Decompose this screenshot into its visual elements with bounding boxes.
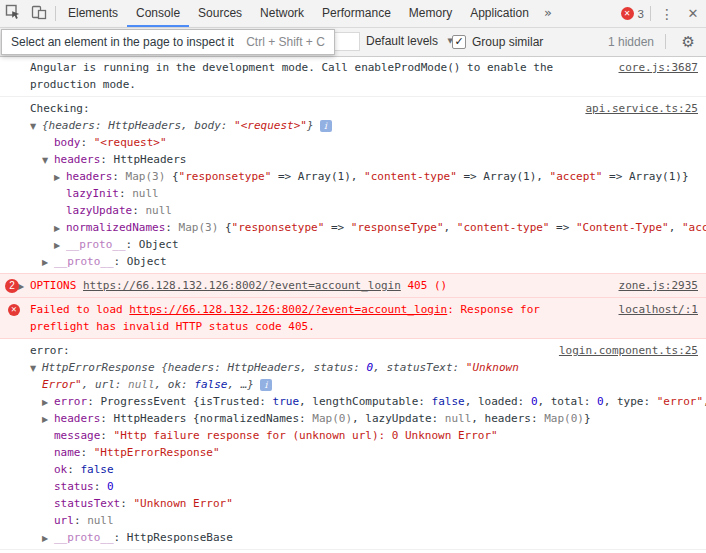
more-tabs-button[interactable]: » [538,0,558,27]
console-text: "Unknown Error" [133,497,232,510]
expand-triangle-icon[interactable]: ▶ [18,278,30,294]
console-text: , statusText: [373,361,466,374]
console-text: , [444,221,457,234]
console-text: "error" [657,395,703,408]
console-text: => [603,170,630,183]
console-text: 0 [107,480,114,493]
console-text: Array(1) [629,170,682,183]
console-text: , …} [227,378,254,391]
more-options-kebab-button[interactable]: ⋮ [654,2,680,26]
console-text: => [457,170,484,183]
console-text: Map(0) [544,412,584,425]
console-text: : [94,480,107,493]
console-text: normalizedNames [66,221,165,234]
inspect-cursor-icon [5,4,21,24]
console-line: ▶__proto__: Object [0,236,706,253]
console-text: HttpHeaders [114,412,187,425]
settings-gear-button[interactable]: ⚙ [682,33,695,51]
console-text: HttpErrorResponse [42,361,155,374]
console-text: Array(1) [483,170,536,183]
console-text: null [132,187,159,200]
expand-triangle-icon[interactable]: ▶ [54,220,66,236]
error-count-indicator[interactable]: ✕ 3 [621,7,644,20]
console-text: : [67,463,80,476]
inspect-tooltip: Select an element in the page to inspect… [1,29,335,55]
tab-sources[interactable]: Sources [189,0,251,27]
device-toolbar-icon [31,4,47,24]
tab-network[interactable]: Network [251,0,313,27]
console-text: error: [30,344,70,357]
error-icon: ✕ [8,304,20,316]
console-line: login.component.ts:25error: [0,342,706,359]
console-text: body [54,136,81,149]
console-text: HttpHeaders [114,153,187,166]
expand-triangle-icon[interactable]: ▶ [42,530,54,546]
inspect-element-button[interactable] [0,2,26,26]
console-text: "Content-Type" [576,221,669,234]
console-line: ▶__proto__: HttpResponseBase [0,529,706,546]
tab-application[interactable]: Application [461,0,538,27]
console-text: Checking: [30,102,90,115]
expand-triangle-icon[interactable]: ▶ [42,254,54,270]
divider [665,34,666,49]
console-log-message: login.component.ts:25error:▼HttpErrorRes… [0,339,706,550]
console-line: ▶headers: HttpHeaders {normalizedNames: … [0,410,706,427]
console-text: , lazyUpdate: [352,412,445,425]
source-link[interactable]: zone.js:2935 [619,277,706,294]
request-url-link[interactable]: https://66.128.132.126:8002/?event=accou… [83,279,401,292]
source-link[interactable]: localhost/:1 [619,301,706,318]
source-link[interactable]: login.component.ts:25 [559,342,706,359]
collapse-triangle-icon[interactable]: ▼ [42,152,54,168]
console-line: api.service.ts:25Checking: [0,100,706,117]
console-text: null [145,204,172,217]
tab-elements[interactable]: Elements [59,0,127,27]
console-text: "<request>" [94,136,167,149]
console-log-message: api.service.ts:25Checking:▼{headers: Htt… [0,97,706,274]
tab-memory[interactable]: Memory [400,0,461,27]
console-text: , total: [538,395,598,408]
console-text: 0 [597,395,604,408]
tab-console[interactable]: Console [127,0,189,27]
expand-triangle-icon[interactable]: ▶ [42,411,54,427]
console-line: status: 0 [0,478,706,495]
console-line: ▶__proto__: Object [0,253,706,270]
expand-triangle-icon[interactable]: ▶ [54,169,66,185]
console-text: "Http failure response for (unknown url)… [114,429,498,442]
console-messages: core.js:3687Angular is running in the de… [0,56,706,550]
console-text: } [584,412,591,425]
console-text: lazyUpdate [66,204,132,217]
console-text: HttpResponseBase [127,531,233,544]
console-text: "content-type" [457,221,550,234]
console-text: Angular is running in the development mo… [30,61,553,74]
console-text: } [307,119,314,132]
console-text: ok [54,463,67,476]
error-circle-icon: ✕ [621,7,634,20]
expand-triangle-icon[interactable]: ▶ [54,237,66,253]
console-text: "<request>" [234,119,307,132]
console-text: false [81,463,114,476]
device-toolbar-button[interactable] [26,2,52,26]
collapse-triangle-icon[interactable]: ▼ [30,360,42,376]
log-levels-dropdown[interactable]: Default levels ▼ [366,34,453,48]
console-text: Error" [42,378,82,391]
expand-triangle-icon[interactable]: ▶ [42,394,54,410]
request-url-link[interactable]: https://66.128.132.126:8002/?event=accou… [129,303,447,316]
tab-performance[interactable]: Performance [313,0,400,27]
console-text: { [218,221,231,234]
console-text: {normalizedNames: [186,412,312,425]
collapse-triangle-icon[interactable]: ▼ [30,118,42,134]
console-text: __proto__ [66,238,126,251]
console-line: ok: false [0,461,706,478]
console-text: : [74,514,87,527]
source-link[interactable]: api.service.ts:25 [585,100,706,117]
console-text: {headers: HttpHeaders, status: [155,361,367,374]
console-text: preflight has invalid HTTP status code 4… [30,320,315,333]
group-similar-checkbox[interactable]: ✓ [452,35,466,49]
console-text: true [273,395,300,408]
source-link[interactable]: core.js:3687 [619,59,706,76]
console-text: "responsetype" [179,170,272,183]
console-text: : [120,497,133,510]
tooltip-text: Select an element in the page to inspect… [11,35,234,49]
close-devtools-button[interactable]: ✕ [680,2,706,26]
group-similar-label: Group similar [472,35,543,49]
